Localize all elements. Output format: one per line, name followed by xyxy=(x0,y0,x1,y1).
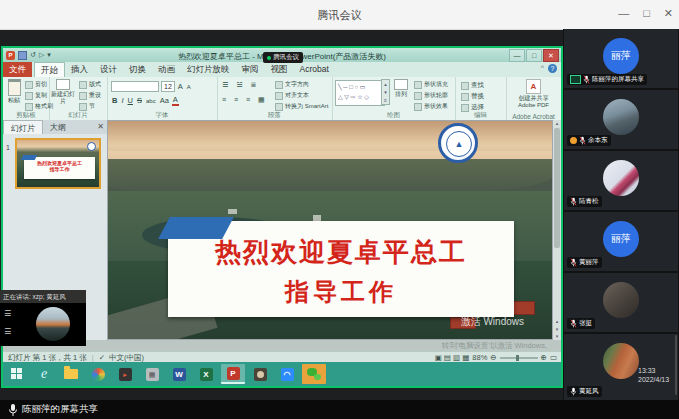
meeting-app-icon[interactable]: ◠ xyxy=(275,364,299,384)
tab-slideshow[interactable]: 幻灯片放映 xyxy=(181,62,236,77)
sidebar-scrollbar[interactable] xyxy=(675,335,677,395)
collapse-ribbon-icon[interactable]: ^ xyxy=(541,64,544,73)
ppt-maximize-icon[interactable]: □ xyxy=(526,49,542,62)
tab-review[interactable]: 审阅 xyxy=(236,62,265,77)
tab-file[interactable]: 文件 xyxy=(3,62,32,77)
italic-button[interactable]: I xyxy=(120,96,124,105)
scrollbar-thumb[interactable] xyxy=(554,128,560,248)
undo-icon[interactable]: ↺ xyxy=(30,50,36,60)
shrink-font-button[interactable]: A xyxy=(186,84,192,90)
group-slides: 新建幻灯片 版式 重设 节 幻灯片 xyxy=(49,77,108,120)
photo-app-icon[interactable] xyxy=(248,364,272,384)
start-button[interactable] xyxy=(5,364,29,384)
spellcheck-icon[interactable]: ✓ xyxy=(99,353,105,362)
find-button[interactable]: 查找 xyxy=(461,81,484,90)
media-app-icon[interactable]: ▸ xyxy=(113,364,137,384)
previous-slide-icon[interactable]: ▴ xyxy=(553,318,561,325)
paste-button[interactable]: 粘贴 xyxy=(5,79,23,104)
shape-fill-button[interactable]: 形状填充 xyxy=(414,80,448,89)
qat-dropdown-icon[interactable]: ▾ xyxy=(47,50,51,60)
utility-app-icon[interactable]: ▦ xyxy=(140,364,164,384)
participant-tile-yubendong[interactable]: 余本东 xyxy=(564,90,678,149)
reset-button[interactable]: 重设 xyxy=(79,91,101,100)
smartart-button[interactable]: 转换为 SmartArt xyxy=(275,102,328,111)
system-clock[interactable]: 13:33 2022/4/13 xyxy=(638,366,669,384)
slide-scrollbar[interactable]: ▴ ▴ ▾ ▾ xyxy=(553,120,561,340)
ppt-minimize-icon[interactable]: — xyxy=(509,49,525,62)
clear-formatting-button[interactable]: abc xyxy=(145,98,157,104)
layout-button[interactable]: 版式 xyxy=(79,80,101,89)
panel-close-icon[interactable]: ✕ xyxy=(97,122,104,131)
participant-tile-chenliping-share[interactable]: 丽萍 陈丽萍的屏幕共享 xyxy=(564,29,678,88)
tab-acrobat[interactable]: Acrobat xyxy=(294,62,335,77)
arrange-button[interactable]: 排列 xyxy=(392,79,410,98)
font-size-select[interactable]: 12 xyxy=(161,81,175,92)
layout-toggle-icon[interactable]: ☰ xyxy=(4,327,11,336)
shape-gallery[interactable]: ╲ ─ □ ○ ▭△ ▽ ⇨ ☆ ◇ xyxy=(335,80,385,106)
alignment-buttons[interactable]: ≡ ≡ ≡ ▦ xyxy=(222,96,268,104)
font-name-select[interactable] xyxy=(111,81,159,92)
group-font: 12 A A B I U S abc Aa A 字体 xyxy=(107,77,218,120)
align-text-button[interactable]: 对齐文本 xyxy=(275,91,328,100)
font-color-button[interactable]: A xyxy=(172,95,179,106)
meeting-share-indicator[interactable]: 腾讯会议 xyxy=(263,52,303,63)
tab-design[interactable]: 设计 xyxy=(94,62,123,77)
scroll-down-icon[interactable]: ▾ xyxy=(553,333,561,340)
tab-transitions[interactable]: 切换 xyxy=(123,62,152,77)
text-direction-button[interactable]: 文字方向 xyxy=(275,80,328,89)
change-case-button[interactable]: Aa xyxy=(159,96,170,105)
fit-window-icon[interactable]: ▭ xyxy=(550,353,557,362)
replace-button[interactable]: 替换 xyxy=(461,92,484,101)
maximize-icon[interactable]: □ xyxy=(643,7,650,20)
shape-outline-button[interactable]: 形状轮廓 xyxy=(414,91,448,100)
next-slide-icon[interactable]: ▾ xyxy=(553,326,561,333)
wechat-icon[interactable] xyxy=(302,364,326,384)
avatar: 丽萍 xyxy=(603,221,639,257)
list-toggle-icon[interactable]: ☰ xyxy=(4,309,11,318)
compass-app-icon[interactable] xyxy=(86,364,110,384)
speaker-video-tile[interactable]: ☰ ☰ xyxy=(0,303,86,346)
tab-view[interactable]: 视图 xyxy=(265,62,294,77)
tab-home[interactable]: 开始 xyxy=(34,62,65,77)
word-icon[interactable]: W xyxy=(167,364,191,384)
grow-font-button[interactable]: A xyxy=(177,82,184,91)
muted-mic-icon xyxy=(583,75,590,84)
list-buttons[interactable]: ☰ ☱ ≣ xyxy=(222,81,259,89)
participant-tile-huangliping[interactable]: 丽萍 黄丽萍 xyxy=(564,212,678,271)
minimize-icon[interactable]: — xyxy=(618,7,629,20)
slideshow-icon[interactable]: ▷ xyxy=(39,50,44,60)
save-icon[interactable] xyxy=(18,51,27,60)
tab-insert[interactable]: 插入 xyxy=(65,62,94,77)
speaking-overlay[interactable]: 正在讲话: xzp; 黄延风 ☰ ☰ xyxy=(0,290,86,346)
create-pdf-button[interactable]: A 创建并共享 Adobe PDF xyxy=(511,79,556,108)
strikethrough-button[interactable]: S xyxy=(136,96,143,105)
scroll-up-icon[interactable]: ▴ xyxy=(553,120,561,127)
zoom-out-icon[interactable]: ⊖ xyxy=(490,353,496,362)
zoom-slider[interactable] xyxy=(500,357,538,359)
language-status[interactable]: 中文(中国) xyxy=(109,353,144,363)
shape-effects-button[interactable]: 形状效果 xyxy=(414,102,448,111)
underline-button[interactable]: U xyxy=(127,96,134,105)
participant-label: 张挺 xyxy=(567,318,595,329)
slide-canvas[interactable]: ▲ 热烈欢迎夏卓平总工 指导工作 激活 Windows xyxy=(107,120,553,340)
slide-title-banner[interactable]: 热烈欢迎夏卓平总工 指导工作 xyxy=(168,221,514,317)
view-buttons[interactable]: ▣ ▤ ▥ ▦ xyxy=(435,353,470,362)
new-slide-button[interactable]: 新建幻灯片 xyxy=(50,79,76,104)
participant-tile-zhangting[interactable]: 张挺 xyxy=(564,273,678,332)
participant-tile-luqingsong[interactable]: 陆青松 xyxy=(564,151,678,210)
section-button[interactable]: 节 xyxy=(79,102,101,111)
ppt-close-icon[interactable]: ✕ xyxy=(543,49,559,62)
close-icon[interactable]: ✕ xyxy=(664,7,673,20)
help-icon[interactable]: ? xyxy=(548,64,557,73)
ie-icon[interactable]: e xyxy=(32,364,56,384)
shape-gallery-scroll[interactable]: ▴▾≡ xyxy=(381,79,390,105)
slide-thumbnail[interactable]: 热烈欢迎夏卓平总工 指导工作 xyxy=(15,138,101,189)
panel-tab-outline[interactable]: 大纲 xyxy=(43,120,73,134)
file-explorer-icon[interactable] xyxy=(59,364,83,384)
excel-icon[interactable]: X xyxy=(194,364,218,384)
panel-tab-slides[interactable]: 幻灯片 xyxy=(3,120,43,134)
powerpoint-taskbar-icon[interactable]: P xyxy=(221,364,245,384)
bold-button[interactable]: B xyxy=(111,96,118,105)
tab-animations[interactable]: 动画 xyxy=(152,62,181,77)
zoom-in-icon[interactable]: ⊕ xyxy=(541,353,547,362)
